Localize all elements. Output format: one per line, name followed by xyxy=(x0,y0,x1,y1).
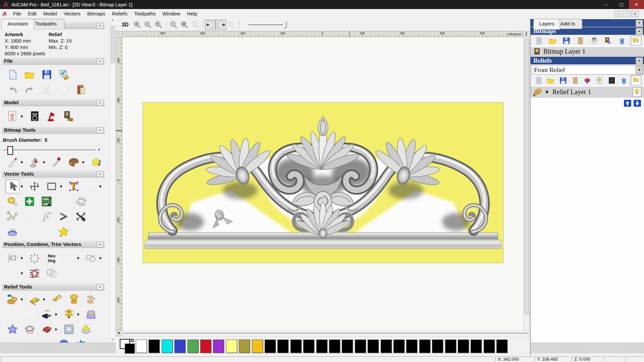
menu-help[interactable]: Help xyxy=(184,9,201,18)
paste-text-button[interactable]: ABCABC xyxy=(40,194,54,208)
emboss-relief-button[interactable] xyxy=(62,322,76,337)
maximize-button[interactable]: ▢ xyxy=(614,0,629,9)
colour-swatch[interactable] xyxy=(252,340,263,353)
menu-reliefs[interactable]: Reliefs xyxy=(109,9,131,18)
colour-swatch[interactable] xyxy=(277,340,288,353)
paste-relief-button[interactable] xyxy=(79,322,93,337)
flyout-arrow-icon[interactable] xyxy=(21,257,24,259)
save-sheet-button[interactable] xyxy=(558,75,569,85)
flyout-arrow-icon[interactable] xyxy=(21,272,24,275)
print-view-button[interactable] xyxy=(226,20,237,30)
horizontal-scrollbar[interactable] xyxy=(123,333,529,334)
create-text-button[interactable] xyxy=(67,179,81,193)
texture-relief-button[interactable]: b xyxy=(40,307,54,321)
menu-model[interactable]: Model xyxy=(40,9,60,18)
bitmap-layer-row[interactable]: Bitmap Layer 1 xyxy=(531,47,644,56)
link-colours-icon[interactable] xyxy=(129,338,135,344)
layer-visibility-button[interactable] xyxy=(633,87,641,97)
flood-fill-button[interactable] xyxy=(28,155,42,169)
paste-button[interactable] xyxy=(74,83,88,97)
create-rectangle-button[interactable] xyxy=(45,179,59,193)
flyout-arrow-icon[interactable] xyxy=(100,257,103,259)
zoom-objects-button[interactable] xyxy=(190,20,201,30)
colour-swatch[interactable] xyxy=(471,340,482,353)
open-sheet-button[interactable] xyxy=(545,75,556,85)
rollup-icon[interactable]: ▲ xyxy=(636,57,643,64)
flyout-arrow-icon[interactable] xyxy=(21,161,24,164)
minimize-button[interactable]: – xyxy=(599,0,614,9)
fit-curve-button[interactable] xyxy=(22,225,37,239)
scrollbar-thumb[interactable] xyxy=(111,26,115,63)
rollup-icon[interactable]: ▲ xyxy=(636,28,643,35)
mdi-restore-button[interactable]: ▫ xyxy=(623,11,630,17)
tab-layers[interactable]: Layers xyxy=(533,19,560,29)
trim-vectors-button[interactable] xyxy=(74,209,88,224)
select-vectors-button[interactable] xyxy=(5,179,19,193)
colour-swatch[interactable] xyxy=(445,340,456,353)
menu-window[interactable]: Window xyxy=(159,9,183,18)
slider-thumb[interactable] xyxy=(7,146,13,155)
load-image-button[interactable] xyxy=(62,109,76,123)
combo-dropdown-icon[interactable]: ▼ xyxy=(636,66,643,74)
scrollbar-thumb[interactable] xyxy=(524,39,529,314)
save-model-button[interactable] xyxy=(40,68,54,82)
brush-diameter-slider[interactable]: ✦ xyxy=(3,146,101,154)
offset-relief-button[interactable] xyxy=(62,307,76,321)
colour-swatch[interactable] xyxy=(496,340,507,353)
colour-swatch[interactable] xyxy=(355,340,366,353)
save-sheet-button[interactable] xyxy=(561,36,572,46)
scroll-up-icon[interactable]: ⌃ xyxy=(110,19,115,24)
assistant-scrollbar[interactable]: ⌃ ⌄ xyxy=(110,19,115,342)
mirror-vectors-button[interactable] xyxy=(40,225,54,239)
page-left-button[interactable] xyxy=(205,20,216,30)
wrap-sculpt-button[interactable] xyxy=(40,322,54,337)
adjust-model-button[interactable] xyxy=(28,109,42,123)
copy-button[interactable] xyxy=(57,83,71,97)
colour-swatch[interactable] xyxy=(187,340,199,353)
colour-swatch[interactable] xyxy=(393,340,405,353)
vector-star-button[interactable] xyxy=(57,225,71,239)
delete-button[interactable] xyxy=(619,75,629,85)
fit-arcs-button[interactable] xyxy=(57,209,71,224)
flyout-arrow-icon[interactable] xyxy=(21,298,24,301)
constrain-relief-button[interactable] xyxy=(22,322,37,337)
scroll-down-icon[interactable]: ⌄ xyxy=(110,336,115,342)
wrap-text-button[interactable] xyxy=(84,179,98,193)
undo-button[interactable] xyxy=(5,83,19,97)
layer-stack-button[interactable] xyxy=(582,75,593,85)
merge-colours-button[interactable] xyxy=(89,155,103,169)
pick-colour-button[interactable] xyxy=(50,155,64,169)
slider-track[interactable] xyxy=(3,149,96,150)
extrude-dome-button[interactable] xyxy=(67,292,81,306)
interlock-rings-button[interactable] xyxy=(45,266,59,280)
colour-swatch[interactable] xyxy=(406,340,417,353)
page-right-button[interactable] xyxy=(216,20,226,30)
flyout-arrow-icon[interactable] xyxy=(100,185,103,188)
reliefs-header[interactable]: Reliefs▲ xyxy=(531,57,644,64)
flyout-arrow-icon[interactable] xyxy=(60,185,64,188)
create-arc-button[interactable] xyxy=(40,209,54,224)
lighting-button[interactable] xyxy=(45,109,59,123)
colour-swatch[interactable] xyxy=(381,340,392,353)
colour-swatch[interactable] xyxy=(200,340,211,353)
pan-right-button[interactable]: ⁞▶ xyxy=(116,330,122,336)
collapse-icon[interactable]: ▲ xyxy=(97,171,103,177)
transform-vectors-button[interactable] xyxy=(28,179,42,193)
image-sheet-button[interactable] xyxy=(603,36,613,46)
close-button[interactable]: ✕ xyxy=(629,0,644,9)
texture-flow-button[interactable] xyxy=(28,266,42,280)
colour-swatch[interactable] xyxy=(149,340,160,353)
new-model-button[interactable] xyxy=(5,68,19,82)
ruler-unit-label[interactable]: millimetres xyxy=(507,33,522,36)
vertical-scrollbar[interactable] xyxy=(523,37,529,330)
menu-edit[interactable]: Edit xyxy=(24,9,40,18)
secondary-colour-indicator[interactable] xyxy=(125,344,135,354)
delete-button[interactable] xyxy=(617,36,628,46)
colour-swatch[interactable] xyxy=(136,340,147,353)
colour-swatch[interactable] xyxy=(484,340,495,353)
new-sheet-button[interactable] xyxy=(533,36,544,46)
create-shape-button[interactable] xyxy=(22,194,37,208)
texture-sheet-button[interactable] xyxy=(575,36,586,46)
sculpt-button[interactable] xyxy=(5,292,19,306)
open-sheet-button[interactable] xyxy=(547,36,558,46)
